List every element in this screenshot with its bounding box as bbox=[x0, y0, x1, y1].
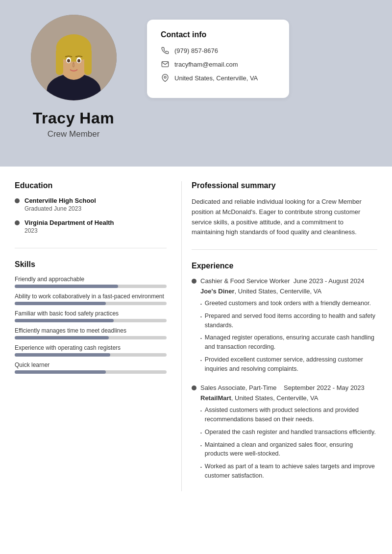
summary-title: Professional summary bbox=[192, 181, 377, 190]
skill-bar-bg-0 bbox=[15, 285, 167, 288]
skill-label-0: Friendly and approachable bbox=[15, 276, 167, 283]
main-content: Education Centerville High School Gradua… bbox=[0, 167, 392, 506]
skill-item-3: Efficiently manages time to meet deadlin… bbox=[15, 327, 167, 339]
phone-icon bbox=[161, 46, 170, 55]
skill-bar-bg-2 bbox=[15, 319, 167, 322]
edu-item-1: Virginia Department of Health 2023 bbox=[15, 219, 167, 234]
exp-title-dates-0: Cashier & Food Service Worker June 2023 … bbox=[200, 277, 364, 285]
email-icon bbox=[161, 60, 170, 69]
location-text: United States, Centerville, VA bbox=[174, 74, 258, 82]
skill-bar-fill-2 bbox=[15, 319, 114, 322]
email-address: tracyfham@email.com bbox=[174, 61, 238, 68]
skill-label-2: Familiar with basic food safety practice… bbox=[15, 310, 167, 317]
bullet-dot: • bbox=[200, 443, 202, 449]
exp-company-1: RetailMart, United States, Centerville, … bbox=[200, 394, 377, 402]
exp-job-info-0: Cashier & Food Service Worker June 2023 … bbox=[200, 277, 364, 286]
bullet-dot: • bbox=[200, 408, 202, 414]
contact-card: Contact info (979) 857-8676 tracyfham@em… bbox=[147, 20, 289, 98]
skill-label-1: Ability to work collaboratively in a fas… bbox=[15, 293, 167, 300]
skill-label-3: Efficiently manages time to meet deadlin… bbox=[15, 327, 167, 334]
skill-bar-bg-1 bbox=[15, 302, 167, 305]
right-column: Professional summary Dedicated and relia… bbox=[181, 181, 377, 491]
edu-detail-0: Graduated June 2023 bbox=[24, 205, 96, 212]
education-section: Education Centerville High School Gradua… bbox=[15, 181, 167, 234]
skill-item-4: Experience with operating cash registers bbox=[15, 344, 167, 357]
exp-title-dates-1: Sales Associate, Part-Time September 202… bbox=[200, 384, 365, 391]
exp-company-0: Joe's Diner, United States, Centerville,… bbox=[200, 288, 377, 295]
exp-divider bbox=[192, 249, 377, 250]
edu-school-0: Centerville High School bbox=[24, 197, 96, 204]
header-left: Tracy Ham Crew Member bbox=[20, 15, 127, 139]
bullet-dot: • bbox=[200, 314, 202, 320]
exp-bullet-1-0: •Assisted customers with product selecti… bbox=[200, 406, 377, 424]
exp-job-title-0: Cashier & Food Service Worker bbox=[200, 277, 290, 285]
phone-number: (979) 857-8676 bbox=[174, 47, 218, 54]
svg-point-12 bbox=[164, 76, 166, 78]
bullet-dot: • bbox=[200, 464, 202, 470]
bullet-dot: • bbox=[200, 301, 202, 307]
skill-bar-fill-4 bbox=[15, 353, 110, 357]
exp-bullet-0-0: •Greeted customers and took orders with … bbox=[200, 299, 377, 308]
skills-divider bbox=[15, 248, 167, 248]
experience-section: Experience Cashier & Food Service Worker… bbox=[192, 262, 377, 481]
exp-bullets-1: •Assisted customers with product selecti… bbox=[200, 406, 377, 480]
bullet-dot: • bbox=[200, 430, 202, 436]
exp-bullet-1-1: •Operated the cash register and handled … bbox=[200, 428, 377, 437]
location-icon bbox=[161, 73, 170, 82]
summary-text: Dedicated and reliable individual lookin… bbox=[192, 197, 377, 238]
skill-item-2: Familiar with basic food safety practice… bbox=[15, 310, 167, 322]
svg-rect-6 bbox=[56, 48, 63, 75]
experience-title: Experience bbox=[192, 262, 377, 270]
skill-bar-bg-4 bbox=[15, 353, 167, 357]
skill-bar-fill-1 bbox=[15, 302, 106, 305]
exp-location-1: , United States, Centerville, VA bbox=[231, 394, 318, 402]
exp-dot-1 bbox=[192, 385, 196, 390]
skill-bar-fill-5 bbox=[15, 370, 106, 374]
skill-item-1: Ability to work collaboratively in a fas… bbox=[15, 293, 167, 305]
edu-school-1: Virginia Department of Health bbox=[24, 219, 114, 226]
skill-item-0: Friendly and approachable bbox=[15, 276, 167, 288]
edu-text-1: Virginia Department of Health 2023 bbox=[24, 219, 114, 234]
skill-label-4: Experience with operating cash registers bbox=[15, 344, 167, 351]
bullet-dot: • bbox=[200, 336, 202, 341]
skills-section: Skills Friendly and approachable Ability… bbox=[15, 260, 167, 374]
exp-bullet-1-2: •Maintained a clean and organized sales … bbox=[200, 440, 377, 459]
skill-bar-fill-0 bbox=[15, 285, 118, 288]
edu-text-0: Centerville High School Graduated June 2… bbox=[24, 197, 96, 212]
exp-bullet-1-3: •Worked as part of a team to achieve sal… bbox=[200, 462, 377, 481]
svg-point-10 bbox=[67, 59, 70, 63]
contact-location-item: United States, Centerville, VA bbox=[161, 73, 275, 82]
exp-job-header-0: Cashier & Food Service Worker June 2023 … bbox=[192, 277, 377, 286]
exp-bullet-0-3: •Provided excellent customer service, ad… bbox=[200, 355, 377, 374]
exp-job-0: Cashier & Food Service Worker June 2023 … bbox=[192, 277, 377, 373]
exp-bullets-0: •Greeted customers and took orders with … bbox=[200, 299, 377, 373]
exp-job-title-1: Sales Associate, Part-Time bbox=[200, 384, 277, 391]
exp-dates-1: September 2022 - May 2023 bbox=[284, 384, 365, 391]
exp-dot-0 bbox=[192, 279, 196, 284]
left-column: Education Centerville High School Gradua… bbox=[15, 181, 181, 491]
skill-item-5: Quick learner bbox=[15, 361, 167, 374]
exp-company-name-0: Joe's Diner bbox=[200, 288, 235, 295]
skills-title: Skills bbox=[15, 260, 167, 269]
edu-item-0: Centerville High School Graduated June 2… bbox=[15, 197, 167, 212]
svg-rect-7 bbox=[84, 48, 92, 75]
exp-company-name-1: RetailMart bbox=[200, 394, 231, 402]
exp-job-1: Sales Associate, Part-Time September 202… bbox=[192, 384, 377, 480]
contact-phone-item: (979) 857-8676 bbox=[161, 46, 275, 55]
skill-bar-fill-3 bbox=[15, 336, 109, 339]
exp-bullet-0-2: •Managed register operations, ensuring a… bbox=[200, 333, 377, 352]
exp-location-0: , United States, Centerville, VA bbox=[235, 288, 322, 295]
exp-job-header-1: Sales Associate, Part-Time September 202… bbox=[192, 384, 377, 392]
avatar bbox=[31, 15, 117, 100]
contact-heading: Contact info bbox=[161, 30, 275, 39]
skill-bar-bg-5 bbox=[15, 370, 167, 374]
exp-bullet-0-1: •Prepared and served food items accordin… bbox=[200, 312, 377, 330]
exp-dates-0: June 2023 - August 2024 bbox=[294, 277, 365, 285]
edu-dot-0 bbox=[15, 198, 20, 203]
skill-label-5: Quick learner bbox=[15, 361, 167, 368]
summary-section: Professional summary Dedicated and relia… bbox=[192, 181, 377, 238]
person-title: Crew Member bbox=[33, 129, 114, 139]
edu-detail-1: 2023 bbox=[24, 227, 114, 234]
contact-email-item: tracyfham@email.com bbox=[161, 60, 275, 69]
bullet-dot: • bbox=[200, 358, 202, 363]
